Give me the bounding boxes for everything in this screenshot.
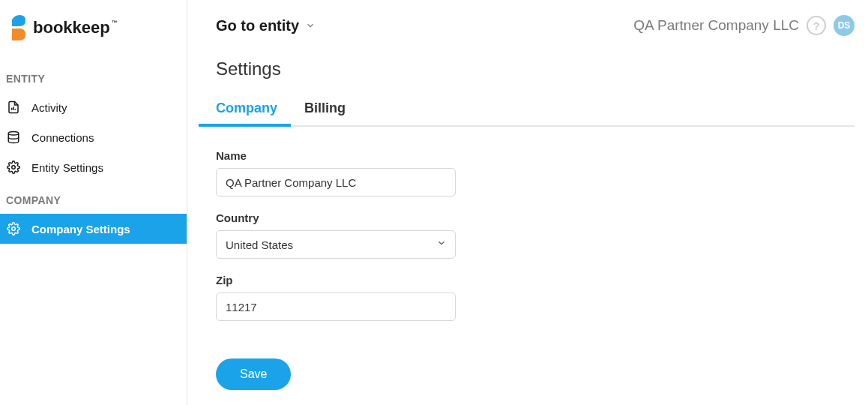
sidebar-section-company: COMPANY xyxy=(0,182,187,214)
sidebar-section-entity: ENTITY xyxy=(0,61,187,92)
sidebar-item-entity-settings[interactable]: Entity Settings xyxy=(0,152,187,182)
sidebar-item-company-settings[interactable]: Company Settings xyxy=(0,214,187,244)
logo-icon xyxy=(6,14,27,42)
country-select[interactable]: United States xyxy=(216,230,456,259)
entity-selector[interactable]: Go to entity xyxy=(216,17,316,34)
sidebar-item-label: Connections xyxy=(31,131,94,144)
gear-icon xyxy=(6,160,21,175)
database-icon xyxy=(6,130,21,145)
topbar: Go to entity QA Partner Company LLC ? DS xyxy=(216,15,855,36)
help-icon[interactable]: ? xyxy=(807,16,826,35)
entity-selector-label: Go to entity xyxy=(216,17,299,34)
sidebar-item-activity[interactable]: Activity xyxy=(0,92,187,122)
svg-point-5 xyxy=(12,227,16,231)
name-label: Name xyxy=(216,149,855,162)
name-input[interactable] xyxy=(216,168,456,196)
company-form: Name Country United States Zip Save xyxy=(216,149,855,390)
tab-company[interactable]: Company xyxy=(216,100,291,125)
main-content: Go to entity QA Partner Company LLC ? DS… xyxy=(187,0,868,405)
sidebar-item-label: Entity Settings xyxy=(31,161,103,174)
country-label: Country xyxy=(216,212,855,224)
svg-point-3 xyxy=(8,132,19,136)
sidebar-item-label: Activity xyxy=(31,101,67,114)
chevron-down-icon xyxy=(305,17,316,34)
sidebar: bookkeep ENTITY Activity xyxy=(0,0,187,405)
sidebar-item-label: Company Settings xyxy=(31,223,130,236)
sidebar-item-connections[interactable]: Connections xyxy=(0,122,187,152)
svg-point-4 xyxy=(12,166,16,170)
page-title: Settings xyxy=(216,58,855,80)
tab-billing[interactable]: Billing xyxy=(291,100,359,125)
save-button[interactable]: Save xyxy=(216,358,291,390)
topbar-right: QA Partner Company LLC ? DS xyxy=(633,15,855,36)
avatar[interactable]: DS xyxy=(834,15,855,36)
logo[interactable]: bookkeep xyxy=(0,14,187,61)
document-chart-icon xyxy=(6,100,21,115)
zip-input[interactable] xyxy=(216,292,456,321)
company-name-display: QA Partner Company LLC xyxy=(633,17,799,34)
tabs: Company Billing xyxy=(216,100,855,127)
gear-icon xyxy=(6,221,21,236)
zip-label: Zip xyxy=(216,274,855,286)
logo-text: bookkeep xyxy=(33,18,110,38)
